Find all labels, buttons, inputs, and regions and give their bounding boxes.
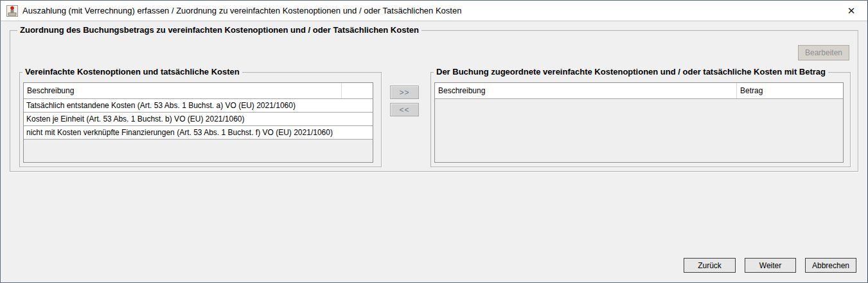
cancel-button[interactable]: Abbrechen — [805, 258, 856, 273]
assigned-options-label: Der Buchung zugeordnete vereinfachte Kos… — [434, 67, 828, 77]
column-header-description[interactable]: Beschreibung — [435, 83, 737, 98]
column-header-amount[interactable]: Betrag — [737, 83, 843, 98]
available-options-groupbox: Vereinfachte Kostenoptionen und tatsächl… — [19, 72, 382, 167]
edit-button[interactable]: Bearbeiten — [798, 45, 849, 60]
window-title: Auszahlung (mit Verrechnung) erfassen / … — [22, 6, 461, 15]
table-row[interactable]: Kosten je Einheit (Art. 53 Abs. 1 Buchst… — [24, 113, 373, 126]
column-header-description[interactable]: Beschreibung — [24, 83, 342, 98]
titlebar: Auszahlung (mit Verrechnung) erfassen / … — [1, 1, 867, 21]
available-options-label: Vereinfachte Kostenoptionen und tatsächl… — [22, 67, 242, 77]
table-header-row: Beschreibung — [24, 83, 373, 99]
main-groupbox: Zuordnung des Buchungsbetrags zu vereinf… — [10, 30, 858, 172]
dialog-window: Auszahlung (mit Verrechnung) erfassen / … — [0, 0, 868, 283]
move-right-button[interactable]: >> — [390, 86, 419, 99]
table-header-row: Beschreibung Betrag — [435, 83, 843, 99]
app-icon — [6, 5, 19, 17]
move-left-button[interactable]: << — [390, 103, 419, 116]
table-row[interactable]: Tatsächlich entstandene Kosten (Art. 53 … — [24, 99, 373, 113]
available-options-table: Beschreibung Tatsächlich entstandene Kos… — [23, 82, 373, 163]
assigned-options-groupbox: Der Buchung zugeordnete vereinfachte Kos… — [430, 72, 851, 167]
assigned-options-table: Beschreibung Betrag — [434, 82, 844, 163]
table-row[interactable]: nicht mit Kosten verknüpfte Finanzierung… — [24, 126, 373, 140]
close-icon[interactable]: ✕ — [844, 4, 859, 18]
main-groupbox-label: Zuordnung des Buchungsbetrags zu vereinf… — [17, 25, 421, 35]
next-button[interactable]: Weiter — [745, 258, 796, 273]
back-button[interactable]: Zurück — [684, 258, 736, 273]
